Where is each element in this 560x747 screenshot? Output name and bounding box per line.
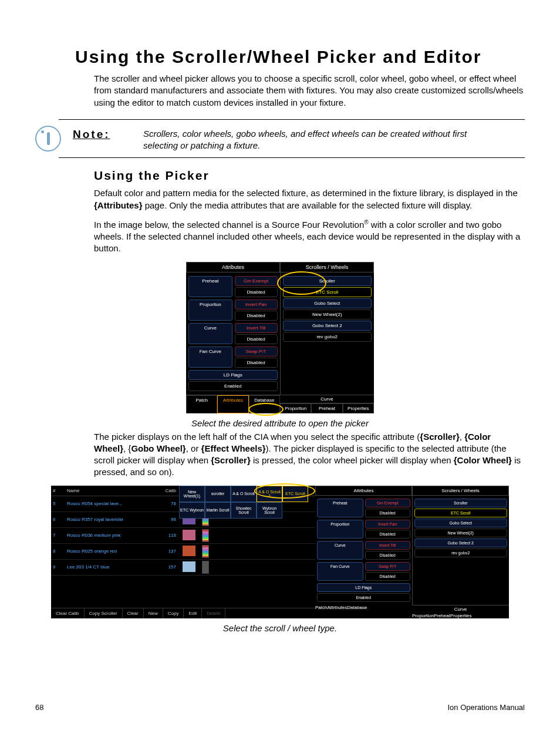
attr-button[interactable]: Curve xyxy=(188,323,232,344)
scroll-type-button[interactable]: ETC Scroll xyxy=(282,486,308,502)
tab[interactable]: Proportion xyxy=(280,403,311,413)
fig1-curve-label: Curve xyxy=(280,395,374,403)
wheel-value: rev gobo2 xyxy=(283,332,372,342)
fig2-curve-label: Curve xyxy=(412,605,509,613)
wheel-button[interactable]: Gobo Select 2 xyxy=(414,539,508,547)
attr-toggle[interactable]: Invert Tilt xyxy=(365,541,410,550)
wheel-button[interactable]: Scroller xyxy=(414,499,508,507)
attr-state: Disabled xyxy=(365,572,410,581)
col-calib: Calib xyxy=(154,486,181,496)
attr-button[interactable]: Preheat xyxy=(188,276,232,297)
tab[interactable]: Database xyxy=(249,395,280,413)
action-button[interactable]: Delete xyxy=(202,608,225,618)
attr-state: Disabled xyxy=(365,509,410,517)
attr-button[interactable]: Preheat xyxy=(317,499,363,517)
attr-button[interactable]: Proportion xyxy=(188,300,232,321)
tab[interactable]: Preheat xyxy=(434,613,450,618)
attr-button[interactable]: LD Flags xyxy=(188,370,278,380)
attr-state: Enabled xyxy=(188,381,278,391)
attr-button[interactable]: Fan Curve xyxy=(317,562,363,581)
action-button[interactable]: Clear xyxy=(123,608,144,618)
wheel-value: New Wheel(2) xyxy=(283,309,372,319)
info-icon xyxy=(35,126,61,152)
attr-toggle[interactable]: Swap P/T xyxy=(365,562,410,571)
wheel-value: ETC Scroll xyxy=(414,509,508,517)
scroll-type-button[interactable]: scroller xyxy=(205,486,231,502)
col-num: # xyxy=(51,486,65,496)
scroll-type-button[interactable]: A & O Scroll 2 xyxy=(257,486,282,502)
scroll-type-button[interactable]: A & O Scroll xyxy=(231,486,257,502)
p4: The picker displays on the left half of … xyxy=(94,431,525,479)
page-footer: 68 Ion Operations Manual xyxy=(35,703,525,712)
action-button[interactable]: Copy Scroller xyxy=(85,608,123,618)
heading-main: Using the Scroller/Wheel Picker and Edit… xyxy=(75,47,525,67)
note-label: Note: xyxy=(73,126,143,141)
tab[interactable]: Database xyxy=(347,605,367,618)
wheel-button[interactable]: Gobo Select xyxy=(283,298,372,308)
scroll-type-button[interactable]: Showtec Scroll xyxy=(231,502,257,519)
scroll-type-button[interactable]: Martin Scroll xyxy=(205,502,231,519)
tab[interactable]: Attributes xyxy=(217,395,248,413)
figure-attributes-panel: Attributes Scrollers / Wheels PreheatGm … xyxy=(186,262,374,413)
figure2-caption: Select the scroll / wheel type. xyxy=(35,623,525,633)
attr-button[interactable]: Fan Curve xyxy=(188,346,232,368)
page-number: 68 xyxy=(35,703,43,712)
attr-toggle[interactable]: Gm Exempt xyxy=(365,499,410,507)
heading-sub: Using the Picker xyxy=(94,169,525,183)
p3: In the image below, the selected channel… xyxy=(94,218,525,255)
figure1-caption: Select the desired attribute to open the… xyxy=(35,418,525,429)
wheel-button[interactable]: Gobo Select xyxy=(414,519,508,527)
action-button[interactable]: Edit xyxy=(184,608,202,618)
manual-title: Ion Operations Manual xyxy=(447,703,525,712)
attr-state: Disabled xyxy=(235,311,278,321)
fig2-hdr-attributes: Attributes xyxy=(315,486,412,496)
note-body: Scrollers, color wheels, gobo wheels, an… xyxy=(143,126,484,152)
wheel-value: rev gobo2 xyxy=(414,549,508,557)
figure-picker-panel: # Name Calib C/G ^ 5Rosco R054 special l… xyxy=(51,486,509,618)
attr-toggle[interactable]: Invert Pan xyxy=(235,300,278,309)
fig2-hdr-scrollers: Scrollers / Wheels xyxy=(412,486,509,496)
attr-button[interactable]: Proportion xyxy=(317,520,363,539)
fig1-hdr-attributes: Attributes xyxy=(186,262,280,272)
attr-toggle[interactable]: Swap P/T xyxy=(235,346,278,356)
fig1-hdr-scrollers: Scrollers / Wheels xyxy=(280,262,374,272)
tab[interactable]: Patch xyxy=(186,395,217,413)
intro-paragraph: The scroller and wheel picker allows you… xyxy=(94,73,525,109)
attr-state: Disabled xyxy=(235,287,278,297)
attr-state: Disabled xyxy=(365,551,410,560)
tab[interactable]: Patch xyxy=(315,605,327,618)
attr-state: Disabled xyxy=(235,334,278,344)
tab[interactable]: Preheat xyxy=(311,403,342,413)
attr-button[interactable]: LD Flags xyxy=(317,583,410,592)
col-name: Name xyxy=(65,486,154,496)
wheel-value: ETC Scroll xyxy=(283,287,372,297)
attr-toggle[interactable]: Invert Pan xyxy=(365,520,410,529)
attr-button[interactable]: Curve xyxy=(317,541,363,560)
scroll-type-button[interactable]: ETC Wybron xyxy=(179,502,205,519)
tab[interactable]: Attributes xyxy=(327,605,347,618)
attr-toggle[interactable]: Gm Exempt xyxy=(235,276,278,286)
action-button[interactable]: New xyxy=(144,608,163,618)
attr-state: Enabled xyxy=(317,593,410,602)
scroll-type-button[interactable]: Wybron Scroll xyxy=(257,502,282,519)
tab[interactable]: Proportion xyxy=(412,613,434,618)
action-button[interactable]: Clear Calib xyxy=(51,608,85,618)
note-block: Note: Scrollers, color wheels, gobo whee… xyxy=(35,119,525,159)
attr-state: Disabled xyxy=(235,358,278,368)
wheel-button[interactable]: Scroller xyxy=(283,276,372,286)
wheel-value: New Wheel(2) xyxy=(414,529,508,537)
tab[interactable]: Properties xyxy=(343,403,374,413)
attr-toggle[interactable]: Invert Tilt xyxy=(235,323,278,333)
attr-state: Disabled xyxy=(365,530,410,539)
scroll-type-button[interactable]: New Wheel(1) xyxy=(179,486,205,502)
tab[interactable]: Properties xyxy=(450,613,471,618)
wheel-button[interactable]: Gobo Select 2 xyxy=(283,321,372,331)
p2: Default color and pattern media for the … xyxy=(94,187,525,211)
action-button[interactable]: Copy xyxy=(163,608,184,618)
